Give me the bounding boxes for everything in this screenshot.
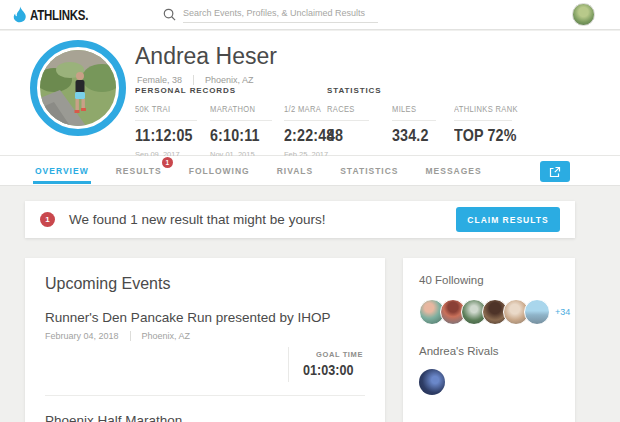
goal-time-block: GOAL TIME 01:03:00 [288, 347, 365, 382]
upcoming-events-card: Upcoming Events Runner's Den Pancake Run… [25, 258, 385, 422]
tab-messages[interactable]: MESSAGES [426, 162, 482, 180]
personal-records-label: PERSONAL RECORDS [135, 86, 236, 95]
goal-time-label: GOAL TIME [303, 350, 363, 359]
stat-athlinks-rank: ATHLINKS RANK TOP 72% [454, 98, 512, 146]
tab-rivals[interactable]: RIVALS [277, 162, 314, 180]
search-bar [163, 6, 378, 23]
profile-gender-age: Female, 38 [137, 75, 182, 85]
rival-avatar[interactable] [419, 369, 445, 395]
claim-banner-message: We found 1 new result that might be your… [69, 212, 325, 227]
upcoming-events-title: Upcoming Events [45, 275, 365, 293]
tab-overview[interactable]: OVERVIEW [35, 162, 89, 180]
event-name-link[interactable]: Phoenix Half Marathon [45, 413, 365, 422]
statistics-label: STATISTICS [327, 86, 381, 95]
search-input[interactable] [183, 6, 378, 23]
divider [45, 395, 365, 396]
search-icon [163, 8, 176, 21]
runner-photo [40, 50, 116, 126]
logo-text: ATHLINKS. [30, 7, 88, 23]
stat-value: TOP 72% [454, 126, 517, 146]
flame-logo-icon [12, 6, 27, 23]
following-count-label: 40 Following [419, 274, 559, 286]
stat-races: RACES 48 [327, 98, 369, 146]
event-date: February 04, 2018 [45, 331, 119, 341]
new-result-count-badge: 1 [40, 212, 55, 227]
profile-header: Andrea Heser Female, 38 Phoenix, AZ PERS… [0, 31, 620, 156]
tab-label: RESULTS [116, 166, 162, 176]
stat-label: ATHLINKS RANK [454, 104, 518, 114]
following-avatar[interactable] [524, 299, 550, 325]
profile-subline: Female, 38 Phoenix, AZ [137, 75, 254, 85]
record-marathon: MARATHON 6:10:11 Nov 01, 2015 [210, 98, 272, 159]
profile-name: Andrea Heser [135, 43, 277, 70]
stat-value: 48 [327, 126, 343, 146]
tab-results[interactable]: RESULTS 1 [116, 162, 162, 180]
social-sidebar-card: 40 Following +34 Andrea's Rivals [403, 258, 575, 422]
event-meta: February 04, 2018 Phoenix, AZ [45, 331, 365, 341]
event-item: Runner's Den Pancake Run presented by IH… [45, 310, 365, 396]
share-icon [549, 166, 561, 178]
event-item: Phoenix Half Marathon February 24, 2018 … [45, 413, 365, 422]
event-name-link[interactable]: Runner's Den Pancake Run presented by IH… [45, 310, 365, 325]
claim-results-button[interactable]: CLAIM RESULTS [456, 207, 560, 232]
share-profile-button[interactable] [540, 161, 570, 182]
profile-location: Phoenix, AZ [205, 75, 254, 85]
tab-label: RIVALS [277, 166, 314, 176]
top-navigation-bar: ATHLINKS. [0, 0, 620, 30]
stat-label: RACES [327, 104, 355, 114]
divider [130, 331, 131, 341]
profile-photo[interactable] [30, 40, 126, 136]
profile-tabs: OVERVIEW RESULTS 1 FOLLOWING RIVALS STAT… [0, 156, 620, 186]
record-label: 1/2 MARA [284, 104, 321, 114]
record-value: 6:10:11 [210, 126, 260, 146]
tab-label: FOLLOWING [189, 166, 250, 176]
tab-statistics[interactable]: STATISTICS [340, 162, 398, 180]
tab-label: MESSAGES [426, 166, 482, 176]
event-location: Phoenix, AZ [142, 331, 191, 341]
goal-time-value: 01:03:00 [303, 361, 353, 378]
tab-label: STATISTICS [340, 166, 398, 176]
stat-value: 334.2 [392, 126, 429, 146]
goal-time-row: GOAL TIME 01:03:00 [45, 347, 365, 382]
user-avatar[interactable] [572, 3, 595, 26]
record-value: 11:12:05 [135, 126, 193, 146]
following-more-link[interactable]: +34 [555, 307, 570, 317]
tab-label: OVERVIEW [35, 166, 89, 176]
results-count-badge: 1 [162, 157, 173, 168]
rivals-label: Andrea's Rivals [419, 345, 559, 357]
following-avatars: +34 [419, 299, 559, 325]
stat-miles: MILES 334.2 [392, 98, 436, 146]
stat-label: MILES [392, 104, 416, 114]
divider [193, 75, 194, 85]
record-label: 50K TRAI [135, 104, 170, 114]
claim-results-banner: 1 We found 1 new result that might be yo… [25, 201, 575, 238]
record-50k-trail: 50K TRAI 11:12:05 Sep 09, 2017 [135, 98, 197, 159]
tab-following[interactable]: FOLLOWING [189, 162, 250, 180]
record-label: MARATHON [210, 104, 255, 114]
athlinks-logo[interactable]: ATHLINKS. [12, 6, 101, 23]
